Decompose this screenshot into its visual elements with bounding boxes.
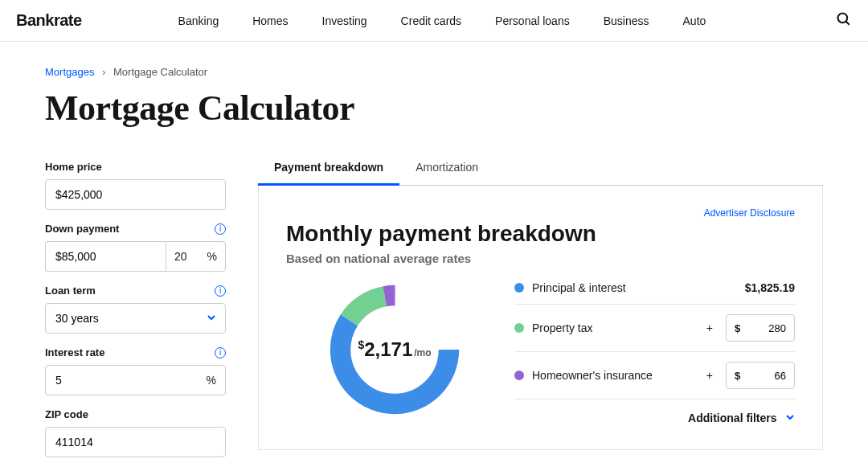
donut-chart: $2,171/mo (323, 278, 466, 421)
dot-icon (514, 283, 524, 293)
info-icon[interactable]: i (215, 285, 226, 297)
interest-rate-label: Interest rate (45, 346, 104, 358)
plus-icon: + (706, 369, 713, 382)
legend-value-principal: $1,825.19 (745, 281, 795, 294)
breadcrumb-separator: › (102, 66, 105, 78)
svg-point-0 (838, 13, 848, 23)
search-icon[interactable] (836, 11, 852, 31)
tab-amortization[interactable]: Amortization (399, 161, 494, 185)
legend-row-tax: Property tax + $ (514, 305, 795, 352)
nav-credit-cards[interactable]: Credit cards (401, 14, 461, 27)
interest-rate-input[interactable] (45, 365, 226, 395)
breadcrumb-mortgages[interactable]: Mortgages (45, 66, 94, 78)
home-price-label: Home price (45, 161, 102, 173)
chevron-down-icon (785, 412, 795, 422)
tax-value-input[interactable] (754, 322, 786, 334)
currency-symbol: $ (735, 322, 740, 334)
legend: Principal & interest $1,825.19 Property … (514, 281, 795, 425)
legend-label-principal: Principal & interest (532, 281, 737, 294)
currency-symbol: $ (735, 370, 740, 382)
legend-label-tax: Property tax (532, 322, 698, 334)
svg-line-1 (846, 21, 850, 24)
down-payment-pct-input[interactable]: 20 % (166, 241, 226, 272)
advertiser-disclosure-link[interactable]: Advertiser Disclosure (704, 207, 795, 219)
loan-term-select[interactable]: 30 years (45, 303, 226, 334)
results-panel: Payment breakdown Amortization Advertise… (258, 161, 823, 471)
legend-label-insurance: Homeowner's insurance (532, 369, 698, 382)
breadcrumb: Mortgages › Mortgage Calculator (45, 66, 823, 78)
insurance-value-input[interactable] (754, 370, 786, 382)
down-payment-pct-value: 20 (174, 250, 187, 263)
home-price-input[interactable] (45, 179, 226, 210)
dot-icon (514, 371, 524, 380)
nav-investing[interactable]: Investing (322, 14, 367, 27)
main-nav: Banking Homes Investing Credit cards Per… (178, 14, 836, 27)
info-icon[interactable]: i (215, 223, 226, 235)
nav-banking[interactable]: Banking (178, 14, 219, 27)
breakdown-title: Monthly payment breakdown (286, 221, 795, 247)
page-title: Mortgage Calculator (45, 88, 823, 129)
percent-symbol: % (207, 374, 216, 387)
breakdown-subtitle: Based on national average rates (286, 252, 795, 265)
calculator-form: Home price Down payment i 20 % (45, 161, 226, 471)
breadcrumb-current: Mortgage Calculator (113, 66, 207, 78)
info-icon[interactable]: i (215, 347, 226, 358)
down-payment-input[interactable] (45, 241, 166, 272)
percent-symbol: % (207, 250, 217, 263)
nav-auto[interactable]: Auto (683, 14, 706, 27)
nav-homes[interactable]: Homes (252, 14, 288, 27)
nav-business[interactable]: Business (604, 14, 649, 27)
legend-row-insurance: Homeowner's insurance + $ (514, 352, 795, 399)
down-payment-label: Down payment (45, 223, 119, 235)
zip-input[interactable] (45, 427, 226, 457)
additional-filters-toggle[interactable]: Additional filters (514, 399, 795, 425)
tax-input[interactable]: $ (726, 314, 795, 342)
additional-filters-label: Additional filters (688, 412, 776, 424)
legend-row-principal: Principal & interest $1,825.19 (514, 281, 795, 305)
loan-term-label: Loan term (45, 285, 96, 297)
zip-label: ZIP code (45, 408, 88, 420)
dot-icon (514, 323, 524, 333)
plus-icon: + (706, 322, 713, 334)
tab-payment-breakdown[interactable]: Payment breakdown (258, 161, 399, 186)
nav-personal-loans[interactable]: Personal loans (495, 14, 570, 27)
insurance-input[interactable]: $ (726, 362, 795, 389)
brand-logo[interactable]: Bankrate (16, 11, 82, 30)
monthly-total: $2,171/mo (358, 338, 431, 361)
